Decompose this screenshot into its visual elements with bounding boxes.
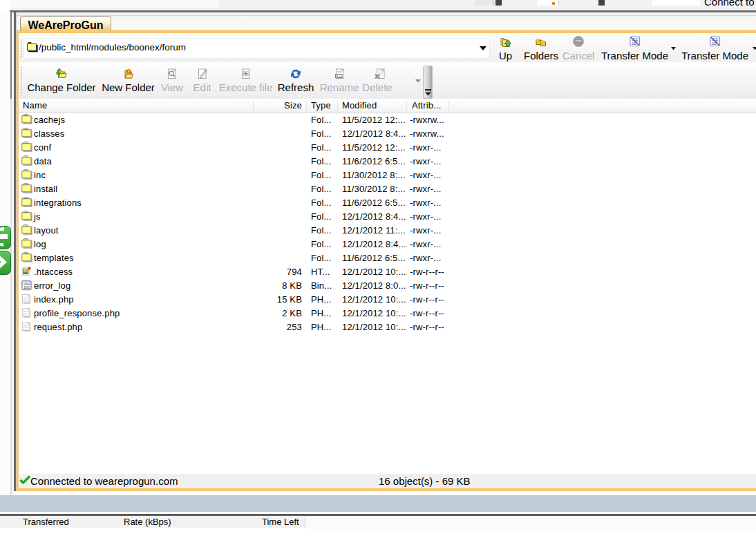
svg-text:101: 101 bbox=[23, 285, 30, 290]
svg-text:STOP: STOP bbox=[575, 40, 582, 43]
